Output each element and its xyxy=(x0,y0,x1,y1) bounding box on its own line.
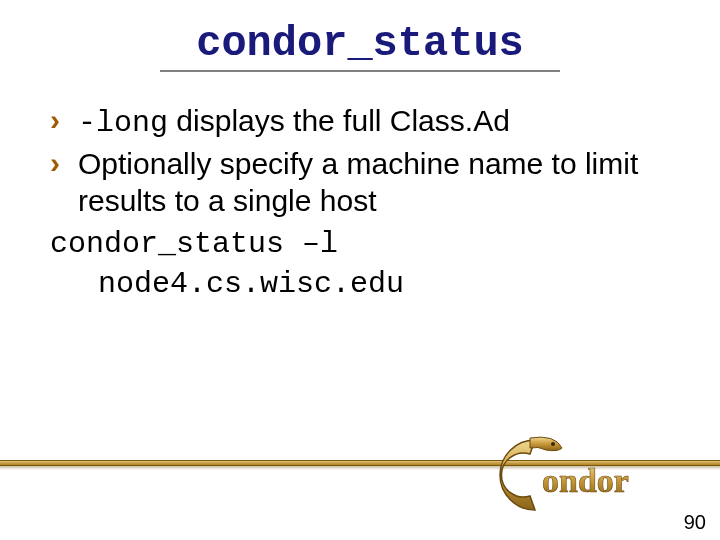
bullet-text: Optionally specify a machine name to lim… xyxy=(78,145,680,220)
chevron-icon: › xyxy=(50,145,60,181)
bullet-item: › -long displays the full Class.Ad xyxy=(50,102,680,143)
svg-point-0 xyxy=(551,442,555,446)
logo-text: ondor xyxy=(542,462,629,499)
chevron-icon: › xyxy=(50,102,60,138)
command-line-1: condor_status –l xyxy=(50,227,338,261)
page-number: 90 xyxy=(684,511,706,534)
bullet-rest: displays the full Class.Ad xyxy=(168,104,510,137)
slide: condor_status › -long displays the full … xyxy=(0,0,720,540)
bullet-rest: Optionally specify a machine name to lim… xyxy=(78,147,638,218)
title-underline xyxy=(160,70,560,72)
command-line-2: node4.cs.wisc.edu xyxy=(98,264,680,305)
bullet-item: › Optionally specify a machine name to l… xyxy=(50,145,680,220)
bullet-mono: -long xyxy=(78,106,168,140)
slide-content: › -long displays the full Class.Ad › Opt… xyxy=(50,102,680,305)
bullet-text: -long displays the full Class.Ad xyxy=(78,102,680,143)
slide-title: condor_status xyxy=(0,0,720,68)
condor-logo: ondor xyxy=(480,430,680,520)
command-block: condor_status –l node4.cs.wisc.edu xyxy=(50,224,680,305)
